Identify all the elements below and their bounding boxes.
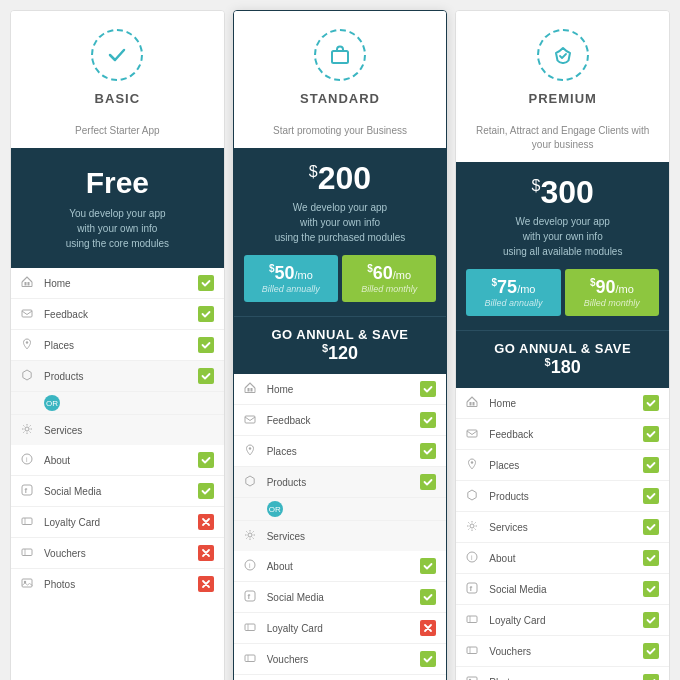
or-badge: OR <box>44 395 60 411</box>
feature-check-feedback-basic <box>198 306 214 322</box>
big-price-standard: $200 <box>244 162 437 194</box>
feature-name-home: Home <box>44 278 198 289</box>
feature-check-places-basic <box>198 337 214 353</box>
monthly-billed-label: Billed monthly <box>569 298 655 308</box>
svg-text:i: i <box>26 456 28 463</box>
features-list-premium: HomeFeedbackPlacesProductsServicesiAbout… <box>456 388 669 680</box>
svg-rect-2 <box>22 310 32 317</box>
plan-description-standard: Start promoting your Business <box>234 118 447 148</box>
svg-point-36 <box>471 461 473 463</box>
feature-check-feedback-premium <box>643 426 659 442</box>
feature-name-services: Services <box>489 522 643 533</box>
price-options-premium: $75/mo Billed annually $90/mo Billed mon… <box>466 269 659 316</box>
plan-icon-premium <box>537 29 589 81</box>
go-annual-text-premium: GO ANNUAL & SAVE <box>462 341 663 356</box>
feature-icon-social-media: f <box>466 582 482 596</box>
feature-icon-places <box>244 444 260 458</box>
monthly-price-premium[interactable]: $90/mo Billed monthly <box>565 269 659 316</box>
feature-name-social-media: Social Media <box>489 584 643 595</box>
feature-check-loyalty-card-premium <box>643 612 659 628</box>
feature-icon-vouchers <box>466 644 482 658</box>
feature-icon-products <box>244 475 260 489</box>
svg-rect-14 <box>22 579 32 587</box>
feature-check-services-basic <box>198 422 214 438</box>
svg-point-5 <box>25 427 29 431</box>
monthly-price-standard[interactable]: $60/mo Billed monthly <box>342 255 436 302</box>
plan-price-section-standard: $200 We develop your appwith your own in… <box>234 148 447 316</box>
feature-check-loyalty-card-basic <box>198 514 214 530</box>
feature-name-about: About <box>267 561 421 572</box>
feature-name-feedback: Feedback <box>489 429 643 440</box>
feature-check-services-standard <box>420 528 436 544</box>
feature-item-services-basic: Services <box>11 415 224 445</box>
feature-name-services: Services <box>44 425 198 436</box>
plan-name-basic: BASIC <box>21 91 214 106</box>
svg-rect-33 <box>470 402 472 406</box>
feature-icon-feedback <box>466 427 482 441</box>
feature-icon-vouchers <box>244 652 260 666</box>
feature-item-loyalty-card-premium: Loyalty Card <box>456 605 669 636</box>
feature-item-feedback-basic: Feedback <box>11 299 224 330</box>
feature-item-services-premium: Services <box>456 512 669 543</box>
feature-name-about: About <box>44 455 198 466</box>
price-options-standard: $50/mo Billed annually $60/mo Billed mon… <box>244 255 437 302</box>
plan-price-section-basic: Free You develop your appwith your own i… <box>11 148 224 268</box>
big-price-premium: $300 <box>466 176 659 208</box>
feature-icon-home <box>466 396 482 410</box>
feature-icon-feedback <box>244 413 260 427</box>
feature-check-products-basic <box>198 368 214 384</box>
feature-item-products-premium: Products <box>456 481 669 512</box>
feature-name-about: About <box>489 553 643 564</box>
feature-name-places: Places <box>44 340 198 351</box>
feature-item-places-premium: Places <box>456 450 669 481</box>
feature-check-home-premium <box>643 395 659 411</box>
feature-name-photos: Photos <box>44 579 198 590</box>
annual-billed-label: Billed annually <box>470 298 556 308</box>
plan-description-premium: Retain, Attract and Engage Clients with … <box>456 118 669 162</box>
go-annual-text-standard: GO ANNUAL & SAVE <box>240 327 441 342</box>
feature-icon-loyalty-card <box>244 621 260 635</box>
go-annual-save-premium: $180 <box>462 356 663 378</box>
feature-icon-photos <box>466 675 482 680</box>
feature-item-vouchers-standard: Vouchers <box>234 644 447 675</box>
go-annual-premium[interactable]: GO ANNUAL & SAVE $180 <box>456 330 669 388</box>
feature-icon-photos <box>21 577 37 591</box>
feature-item-places-basic: Places <box>11 330 224 361</box>
svg-rect-12 <box>22 549 32 556</box>
feature-item-loyalty-card-basic: Loyalty Card <box>11 507 224 538</box>
plan-description-basic: Perfect Starter App <box>11 118 224 148</box>
feature-check-photos-premium <box>643 674 659 680</box>
feature-icon-about: i <box>21 453 37 467</box>
svg-rect-29 <box>245 655 255 662</box>
feature-check-about-basic <box>198 452 214 468</box>
feature-icon-home <box>244 382 260 396</box>
feature-icon-social-media: f <box>21 484 37 498</box>
feature-name-services: Services <box>267 531 421 542</box>
svg-text:f: f <box>247 592 250 601</box>
svg-marker-37 <box>468 490 476 500</box>
feature-check-products-standard <box>420 474 436 490</box>
annual-amount: $50/mo <box>248 263 334 284</box>
plan-name-standard: STANDARD <box>244 91 437 106</box>
feature-name-vouchers: Vouchers <box>267 654 421 665</box>
annual-billed-label: Billed annually <box>248 284 334 294</box>
feature-item-photos-premium: Photos <box>456 667 669 680</box>
feature-icon-products <box>466 489 482 503</box>
feature-item-photos-basic: Photos <box>11 569 224 599</box>
feature-check-about-standard <box>420 558 436 574</box>
annual-price-standard[interactable]: $50/mo Billed annually <box>244 255 338 302</box>
feature-item-social-media-basic: fSocial Media <box>11 476 224 507</box>
svg-point-3 <box>26 341 28 343</box>
price-desc-premium: We develop your appwith your own infousi… <box>466 214 659 259</box>
svg-rect-19 <box>245 416 255 423</box>
free-desc: You develop your appwith your own infous… <box>66 206 169 251</box>
feature-icon-places <box>21 338 37 352</box>
svg-text:f: f <box>470 584 473 593</box>
plan-icon-basic <box>91 29 143 81</box>
annual-price-premium[interactable]: $75/mo Billed annually <box>466 269 560 316</box>
svg-text:i: i <box>249 562 251 569</box>
go-annual-standard[interactable]: GO ANNUAL & SAVE $120 <box>234 316 447 374</box>
feature-item-social-media-premium: fSocial Media <box>456 574 669 605</box>
feature-item-products-basic: Products <box>11 361 224 392</box>
feature-name-home: Home <box>267 384 421 395</box>
